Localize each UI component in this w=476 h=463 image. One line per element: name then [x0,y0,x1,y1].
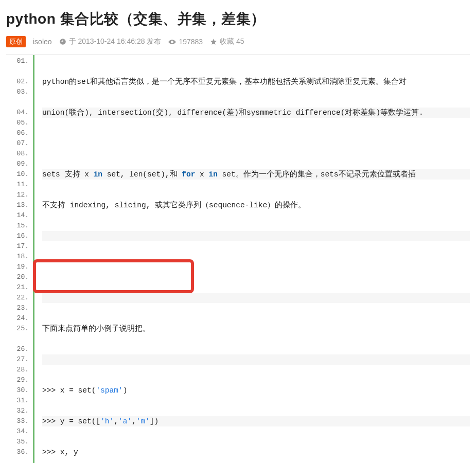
code-line [42,262,470,272]
page-title: python 集合比较（交集、并集，差集） [6,9,470,29]
line-number-gutter: 01. 02.03. 04.05.06.07.08.09.10.11.12.13… [6,55,34,463]
line-number: 34. [6,426,29,437]
code-line: 不支持 indexing, slicing, 或其它类序列（sequence-l… [42,200,470,210]
line-number: 17. [6,241,29,252]
meta-row: 原创 isoleo 于 2013-10-24 16:46:28 发布 19788… [6,36,470,47]
line-number: 14. [6,210,29,221]
line-number: 07. [6,138,29,149]
line-number: 13. [6,200,29,210]
line-number: 09. [6,159,29,169]
view-count-text: 197883 [179,38,203,46]
publish-time: 于 2013-10-24 16:46:28 发布 [59,37,162,46]
line-number: 18. [6,252,29,262]
clock-icon [59,38,66,45]
line-number: 22. [6,293,29,303]
line-number: 24. [6,313,29,324]
line-number: 01. [6,56,29,66]
line-number: 27. [6,354,29,365]
code-line [42,138,470,149]
line-number: 28. [6,365,29,375]
line-number: 25. [6,324,29,334]
line-number: 36. [6,447,29,457]
line-number: 21. [6,282,29,293]
code-lines: python的set和其他语言类似，是一个无序不重复元素集，基本功能包括关系测试… [6,55,470,463]
code-line: >>> x = set('spam') [42,385,470,396]
code-line [42,293,470,303]
original-badge: 原创 [6,36,26,47]
code-line: python的set和其他语言类似，是一个无序不重复元素集，基本功能包括关系测试… [42,77,470,87]
code-block: 01. 02.03. 04.05.06.07.08.09.10.11.12.13… [6,55,470,463]
line-number: 03. [6,87,29,97]
favorite-text: 收藏 45 [220,37,244,46]
code-line: >>> x, y [42,447,470,457]
line-number: 04. [6,108,29,118]
line-number: 08. [6,149,29,159]
line-number: 06. [6,128,29,138]
line-number: 15. [6,221,29,231]
code-line [42,231,470,241]
line-number: 32. [6,406,29,416]
line-number: 05. [6,118,29,128]
line-number: 20. [6,272,29,282]
publish-time-text: 于 2013-10-24 16:46:28 发布 [69,37,162,46]
line-number: 31. [6,396,29,406]
line-number: 26. [6,344,29,354]
code-line: union(联合), intersection(交), difference(差… [42,108,470,118]
line-number: 19. [6,262,29,272]
code-line [42,354,470,365]
line-number: 16. [6,231,29,241]
eye-icon [168,38,176,46]
line-number: 29. [6,375,29,385]
star-icon [210,38,217,45]
line-number: 35. [6,437,29,447]
favorite-count[interactable]: 收藏 45 [210,37,244,46]
line-number: 11. [6,180,29,190]
line-number: 12. [6,190,29,200]
code-line: sets 支持 x in set, len(set),和 for x in se… [42,169,470,180]
line-number: 33. [6,416,29,426]
line-number: 10. [6,169,29,180]
code-line: >>> y = set(['h','a','m']) [42,416,470,426]
code-line: 下面来点简单的小例子说明把。 [42,324,470,334]
view-count: 197883 [168,38,203,46]
author-link[interactable]: isoleo [33,38,52,46]
line-number: 23. [6,303,29,313]
line-number: 30. [6,385,29,396]
line-number: 02. [6,77,29,87]
